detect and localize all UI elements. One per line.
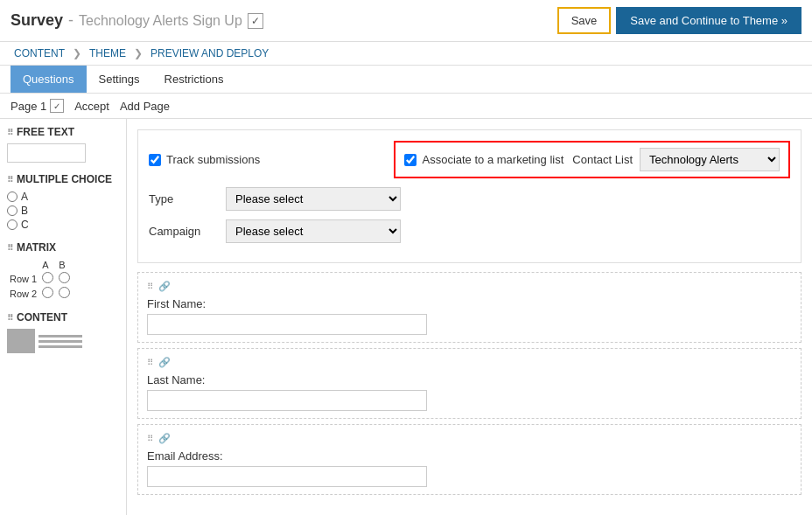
last-name-label: Last Name: [147, 373, 792, 386]
track-associate-row: Track submissions Associate to a marketi… [149, 141, 790, 178]
sidebar-mc-section: ⠿ MULTIPLE CHOICE A B C [7, 173, 119, 231]
title-checkbox-icon[interactable] [248, 13, 263, 29]
mc-label: MULTIPLE CHOICE [17, 173, 112, 185]
tab-restrictions[interactable]: Restrictions [152, 66, 236, 93]
content-drag-icon: ⠿ [7, 313, 13, 323]
tabs-bar: Questions Settings Restrictions [0, 66, 812, 94]
email-input[interactable] [147, 466, 427, 487]
tab-settings[interactable]: Settings [87, 66, 152, 93]
main-layout: ⠿ FREE TEXT ⠿ MULTIPLE CHOICE A B [0, 119, 812, 515]
track-submissions-checkbox[interactable] [149, 154, 161, 166]
content-lines [38, 335, 82, 348]
type-select[interactable]: Please select [226, 187, 401, 211]
matrix-row-1-a [39, 271, 56, 286]
type-row: Type Please select [149, 187, 790, 211]
content-line-3 [38, 345, 82, 348]
contact-list-row: Contact List Technology Alerts [572, 148, 780, 171]
last-name-link-icon [158, 356, 171, 368]
breadcrumb-content[interactable]: CONTENT [14, 47, 65, 59]
matrix-row-1: Row 1 [7, 271, 73, 286]
free-text-title: ⠿ FREE TEXT [7, 126, 119, 138]
content-label: CONTENT [17, 311, 67, 324]
matrix-r2-b-radio[interactable] [59, 287, 70, 298]
track-left: Track submissions [149, 153, 260, 166]
matrix-row-2: Row 2 [7, 286, 73, 301]
add-page-link[interactable]: Add Page [120, 100, 170, 113]
matrix-table: A B Row 1 Row 2 [7, 259, 73, 301]
matrix-r1-b-radio[interactable] [59, 272, 70, 283]
save-button[interactable]: Save [557, 7, 612, 34]
content-line-1 [38, 335, 82, 338]
content-title: ⠿ CONTENT [7, 311, 119, 324]
mc-drag-icon: ⠿ [7, 175, 13, 184]
breadcrumb-sep1: ❯ [73, 47, 81, 59]
page-1-item[interactable]: Page 1 [10, 99, 64, 113]
email-field-block: ⠿ Email Address: [137, 424, 802, 495]
type-label: Type [149, 192, 219, 205]
contact-list-select[interactable]: Technology Alerts [640, 148, 780, 171]
free-text-label: FREE TEXT [17, 126, 74, 138]
content-line-2 [38, 340, 82, 343]
first-name-label: First Name: [147, 297, 792, 310]
associate-checkbox[interactable] [404, 154, 416, 166]
email-link-icon [158, 432, 171, 444]
associate-block: Associate to a marketing list Contact Li… [394, 141, 790, 178]
associate-label: Associate to a marketing list [422, 153, 564, 166]
matrix-label: MATRIX [17, 241, 56, 254]
matrix-r2-a-radio[interactable] [42, 287, 53, 298]
survey-label: Survey [10, 11, 63, 30]
first-name-link-icon [158, 280, 171, 292]
campaign-select[interactable]: Please select [226, 219, 401, 243]
mc-option-c-label: C [21, 219, 29, 231]
matrix-col-a: A [39, 259, 56, 271]
last-name-input[interactable] [147, 390, 427, 411]
associate-row: Associate to a marketing list [404, 153, 564, 166]
sidebar-content-section: ⠿ CONTENT [7, 311, 119, 353]
mc-radio-c[interactable] [7, 219, 18, 230]
matrix-row-1-b [56, 271, 73, 286]
matrix-row-2-a [39, 286, 56, 301]
first-name-input[interactable] [147, 314, 427, 335]
sidebar-matrix-section: ⠿ MATRIX A B Row 1 Row 2 [7, 241, 119, 301]
header-title: Survey - Technology Alerts Sign Up [10, 11, 263, 30]
content-area: Track submissions Associate to a marketi… [127, 119, 812, 515]
mc-option-a-label: A [21, 191, 28, 203]
page-bar: Page 1 Accept Add Page [0, 94, 812, 119]
header-dash: - [68, 11, 74, 30]
matrix-r1-a-radio[interactable] [42, 272, 53, 283]
matrix-empty-cell [7, 259, 39, 271]
breadcrumb-theme[interactable]: THEME [89, 47, 126, 59]
mc-radio-b[interactable] [7, 205, 18, 216]
tab-questions[interactable]: Questions [10, 66, 87, 93]
free-text-drag-icon: ⠿ [7, 128, 13, 137]
sidebar-free-text-input-wrapper [7, 143, 119, 163]
matrix-row-2-label: Row 2 [7, 286, 39, 301]
save-continue-button[interactable]: Save and Continue to Theme » [616, 7, 802, 34]
first-name-field-block: ⠿ First Name: [137, 272, 802, 343]
mc-title: ⠿ MULTIPLE CHOICE [7, 173, 119, 185]
mc-option-b: B [7, 205, 119, 217]
matrix-drag-icon: ⠿ [7, 243, 13, 253]
header: Survey - Technology Alerts Sign Up Save … [0, 0, 812, 42]
last-name-block-header: ⠿ [147, 356, 792, 368]
mc-option-c: C [7, 219, 119, 231]
first-name-drag-icon: ⠿ [147, 282, 153, 291]
accept-link[interactable]: Accept [74, 100, 109, 113]
matrix-title: ⠿ MATRIX [7, 241, 119, 254]
mc-options: A B C [7, 191, 119, 231]
free-text-input[interactable] [7, 143, 86, 163]
matrix-col-b: B [56, 259, 73, 271]
campaign-label: Campaign [149, 225, 219, 238]
last-name-field-block: ⠿ Last Name: [137, 348, 802, 419]
breadcrumb-preview[interactable]: PREVIEW AND DEPLOY [150, 47, 269, 59]
first-name-block-header: ⠿ [147, 280, 792, 292]
matrix-row-1-label: Row 1 [7, 271, 39, 286]
header-buttons: Save Save and Continue to Theme » [557, 7, 802, 34]
breadcrumb: CONTENT ❯ THEME ❯ PREVIEW AND DEPLOY [0, 42, 812, 66]
page-1-label: Page 1 [10, 100, 46, 113]
mc-radio-a[interactable] [7, 191, 18, 202]
mc-option-b-label: B [21, 205, 28, 217]
email-drag-icon: ⠿ [147, 434, 153, 443]
sidebar: ⠿ FREE TEXT ⠿ MULTIPLE CHOICE A B [0, 119, 127, 515]
content-preview [7, 329, 119, 353]
